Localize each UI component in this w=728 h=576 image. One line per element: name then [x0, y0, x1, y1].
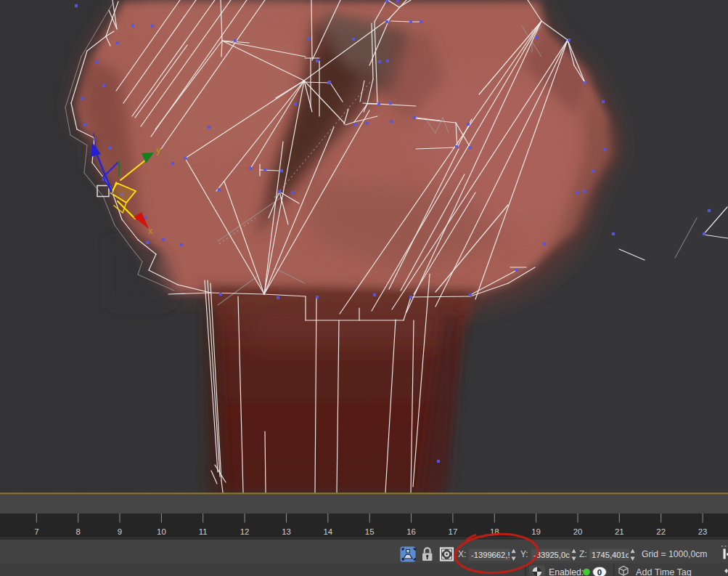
- svg-text:Y:: Y:: [520, 549, 528, 559]
- svg-text:11: 11: [199, 527, 208, 536]
- svg-text:Grid = 1000,0cm: Grid = 1000,0cm: [642, 549, 707, 559]
- svg-text:12: 12: [240, 527, 250, 536]
- svg-text:X:: X:: [458, 549, 466, 559]
- svg-text:7: 7: [34, 527, 38, 536]
- svg-text:14: 14: [323, 527, 332, 536]
- svg-text:Z:: Z:: [579, 549, 587, 559]
- svg-text:22: 22: [656, 527, 666, 536]
- svg-text:9: 9: [118, 527, 122, 536]
- svg-text:0: 0: [597, 568, 602, 576]
- svg-text:10: 10: [157, 527, 166, 536]
- svg-text:Enabled:: Enabled:: [549, 567, 584, 576]
- svg-text:20: 20: [573, 527, 583, 536]
- svg-text:16: 16: [406, 527, 416, 536]
- svg-text:17: 17: [449, 527, 458, 536]
- svg-text:y: y: [156, 145, 161, 155]
- svg-text:21: 21: [615, 527, 624, 536]
- svg-text:19: 19: [531, 527, 541, 536]
- svg-text:Add Time Tag: Add Time Tag: [636, 567, 692, 576]
- svg-text:15: 15: [365, 527, 375, 536]
- svg-text:13: 13: [282, 527, 291, 536]
- svg-text:-1399662,!: -1399662,!: [471, 551, 510, 559]
- svg-text:x: x: [148, 225, 153, 236]
- svg-text:8: 8: [76, 527, 81, 536]
- svg-text:23: 23: [698, 527, 708, 536]
